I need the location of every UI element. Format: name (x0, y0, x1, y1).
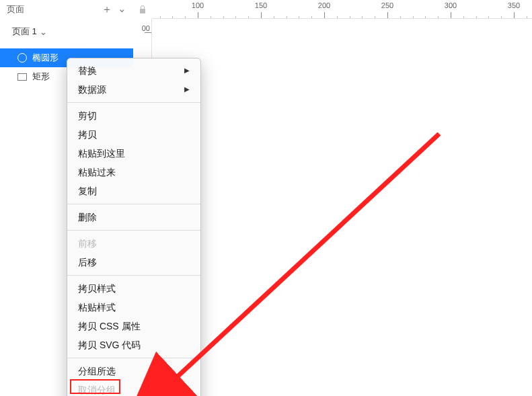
menu-item-label: 粘贴过来 (78, 165, 116, 179)
menu-item-label: 拷贝样式 (78, 282, 116, 295)
menu-item-12[interactable]: 后移 (67, 253, 200, 272)
ruler-tick-label: 250 (381, 1, 393, 9)
layer-label: 矩形 (32, 71, 50, 83)
ruler-tick-label: 100 (192, 1, 204, 9)
menu-item-4[interactable]: 拷贝 (67, 125, 200, 144)
ruler-horizontal[interactable]: 100150200250300350 (152, 0, 532, 19)
menu-item-label: 拷贝 CSS 属性 (78, 319, 141, 333)
menu-item-9[interactable]: 删除 (67, 208, 200, 227)
menu-item-14[interactable]: 拷贝样式 (67, 279, 200, 298)
menu-item-16[interactable]: 拷贝 CSS 属性 (67, 317, 200, 335)
menu-item-label: 剪切 (78, 109, 97, 122)
submenu-arrow-icon: ▶ (184, 64, 190, 77)
menu-item-label: 数据源 (78, 83, 106, 96)
menu-item-label: 后移 (78, 255, 97, 269)
submenu-arrow-icon: ▶ (184, 83, 190, 96)
menu-item-6[interactable]: 粘贴过来 (67, 163, 200, 182)
chevron-down-icon: ⌄ (40, 27, 47, 37)
lock-icon[interactable] (133, 5, 152, 14)
page-1-row[interactable]: 页面 1 ⌄ (0, 23, 133, 40)
pages-panel-header: 页面 ＋ ⌄ (0, 3, 133, 17)
menu-item-label: 删除 (78, 210, 97, 224)
menu-item-0[interactable]: 替换▶ (67, 61, 200, 80)
canvas-area[interactable] (152, 19, 532, 396)
menu-item-3[interactable]: 剪切 (67, 106, 200, 125)
menu-item-19[interactable]: 分组所选 (67, 362, 200, 381)
menu-item-label: 分组所选 (78, 364, 116, 378)
pages-title: 页面 (7, 3, 102, 15)
menu-item-1[interactable]: 数据源▶ (67, 80, 200, 99)
menu-item-label: 取消分组 (78, 383, 116, 396)
menu-separator (67, 358, 200, 358)
menu-item-label: 前移 (78, 237, 97, 250)
menu-item-label: 粘贴样式 (78, 301, 116, 314)
menu-item-label: 替换 (78, 64, 97, 77)
layer-label: 椭圆形 (32, 52, 59, 64)
ruler-tick-label: 350 (508, 1, 520, 9)
page-label: 页面 1 (12, 26, 37, 38)
menu-item-15[interactable]: 粘贴样式 (67, 298, 200, 317)
menu-item-label: 粘贴到这里 (78, 147, 125, 160)
ruler-tick-label: 150 (255, 1, 267, 9)
menu-item-5[interactable]: 粘贴到这里 (67, 144, 200, 163)
menu-separator (67, 204, 200, 204)
menu-item-20: 取消分组 (67, 381, 200, 396)
ellipse-icon (17, 53, 27, 63)
menu-item-7[interactable]: 复制 (67, 182, 200, 200)
menu-item-label: 拷贝 (78, 128, 97, 141)
menu-item-label: 拷贝 SVG 代码 (78, 338, 141, 352)
add-page-icon[interactable]: ＋ (102, 3, 112, 17)
menu-separator (67, 102, 200, 103)
rect-icon (17, 73, 27, 81)
menu-item-label: 复制 (78, 184, 97, 198)
ruler-tick-label: 200 (318, 1, 330, 9)
menu-separator (67, 275, 200, 276)
menu-item-11: 前移 (67, 234, 200, 253)
menu-separator (67, 230, 200, 231)
ruler-tick-label: 300 (445, 1, 457, 9)
menu-item-17[interactable]: 拷贝 SVG 代码 (67, 335, 200, 354)
ruler-v-label: 00 (142, 24, 150, 32)
chevron-down-icon[interactable]: ⌄ (118, 3, 126, 17)
context-menu: 替换▶数据源▶剪切拷贝粘贴到这里粘贴过来复制删除前移后移拷贝样式粘贴样式拷贝 C… (67, 58, 201, 396)
